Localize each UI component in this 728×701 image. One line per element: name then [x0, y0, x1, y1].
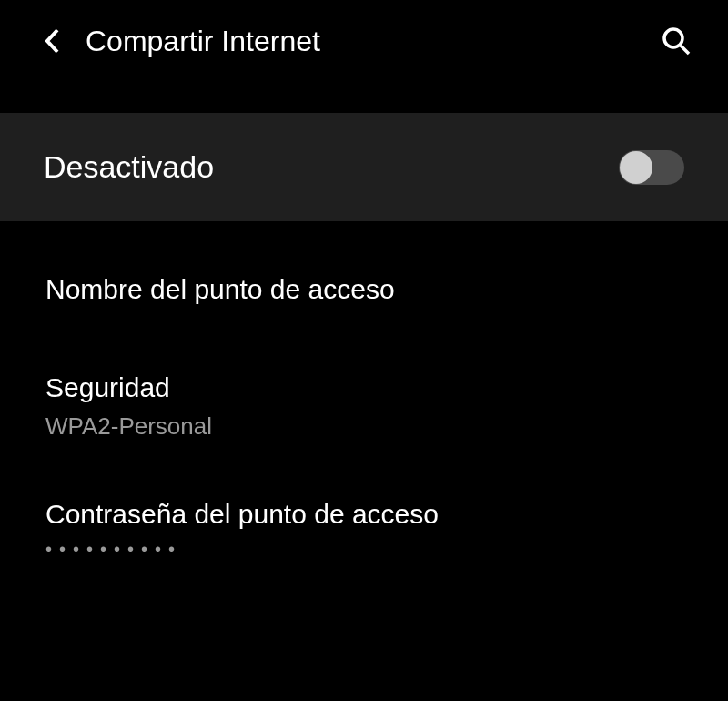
- setting-password[interactable]: Contraseña del punto de acceso •••••••••…: [46, 459, 682, 578]
- svg-point-0: [664, 29, 682, 47]
- setting-password-masked: ••••••••••: [46, 539, 682, 560]
- header: Compartir Internet: [0, 0, 728, 82]
- setting-hotspot-name[interactable]: Nombre del punto de acceso: [46, 221, 682, 332]
- header-left: Compartir Internet: [44, 25, 320, 58]
- toggle-knob: [620, 151, 652, 184]
- setting-hotspot-name-title: Nombre del punto de acceso: [46, 274, 682, 305]
- setting-password-title: Contraseña del punto de acceso: [46, 499, 682, 530]
- hotspot-toggle-label: Desactivado: [44, 149, 214, 185]
- setting-security-title: Seguridad: [46, 372, 682, 403]
- svg-line-1: [681, 46, 689, 54]
- page-title: Compartir Internet: [86, 25, 320, 58]
- setting-security[interactable]: Seguridad WPA2-Personal: [46, 332, 682, 459]
- search-icon[interactable]: [661, 25, 692, 56]
- setting-security-value: WPA2-Personal: [46, 412, 682, 441]
- hotspot-toggle-row[interactable]: Desactivado: [0, 113, 728, 221]
- settings-list: Nombre del punto de acceso Seguridad WPA…: [0, 221, 728, 578]
- back-icon[interactable]: [44, 27, 60, 55]
- hotspot-toggle-switch[interactable]: [619, 150, 684, 185]
